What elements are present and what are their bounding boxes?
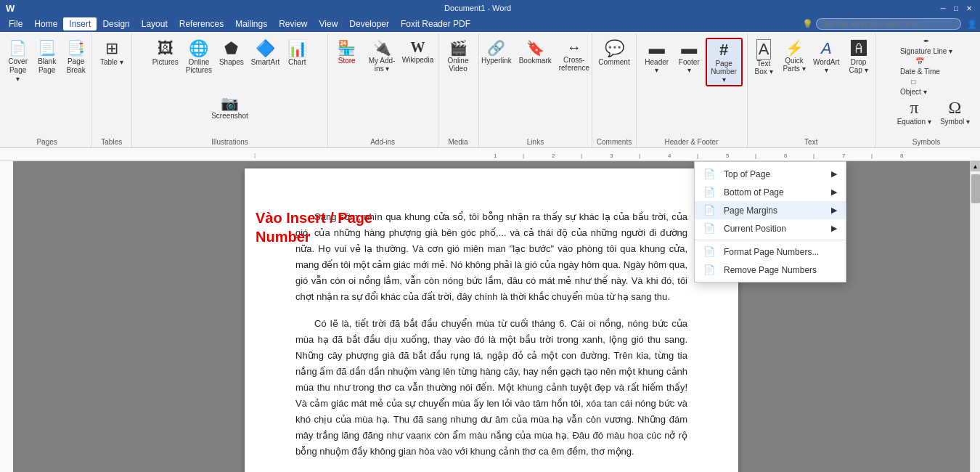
scroll-up-button[interactable]: ▲ <box>971 161 981 171</box>
smartart-icon: 🔷 <box>256 39 275 58</box>
svg-text:|: | <box>523 152 524 159</box>
page-number-button[interactable]: # PageNumber ▾ <box>706 38 743 86</box>
wordart-button[interactable]: A WordArt ▾ <box>810 38 843 76</box>
maximize-button[interactable]: □ <box>951 3 961 13</box>
header-icon: ▬ <box>649 39 665 58</box>
online-pictures-icon: 🌐 <box>189 39 208 58</box>
dropdown-remove-page-numbers[interactable]: 📄 Remove Page Numbers <box>695 261 846 279</box>
dropdown-page-margins[interactable]: 📄 Page Margins ▶ <box>695 201 846 219</box>
minimize-button[interactable]: ─ <box>938 3 948 13</box>
wikipedia-icon: W <box>411 39 425 56</box>
screenshot-button[interactable]: 📷 Screenshot <box>209 93 250 121</box>
user-icon[interactable]: 👤 <box>967 20 977 29</box>
svg-text:|: | <box>813 152 814 159</box>
document-area[interactable]: Vào Insert / Page Number Sáng sớm, nhìn … <box>13 161 970 472</box>
document-content: Sáng sớm, nhìn qua khung cửa sổ, tôi bỗn… <box>295 209 687 460</box>
signature-line-button[interactable]: ✒ Signature Line ▾ <box>898 36 955 56</box>
vertical-ruler <box>0 161 13 472</box>
crossref-button[interactable]: ↔ Cross-reference <box>556 38 592 73</box>
menu-developer[interactable]: Developer <box>343 17 395 30</box>
dropcap-icon: 🅰 <box>851 39 867 58</box>
my-addins-button[interactable]: 🔌 My Add-ins ▾ <box>363 38 401 74</box>
vertical-ruler-svg <box>0 161 13 472</box>
window-title: Document1 - Word <box>17 4 938 12</box>
pictures-button[interactable]: 🖼 Pictures <box>150 38 181 68</box>
equation-button[interactable]: π Equation ▾ <box>894 97 934 127</box>
vertical-scrollbar[interactable]: ▲ ▼ <box>970 161 980 472</box>
dropdown-bottom-of-page[interactable]: 📄 Bottom of Page ▶ <box>695 183 846 201</box>
ribbon-group-text: A TextBox ▾ ⚡ QuickParts ▾ A WordArt ▾ 🅰… <box>748 33 876 147</box>
quickparts-button[interactable]: ⚡ QuickParts ▾ <box>780 38 809 74</box>
scroll-thumb[interactable] <box>971 174 980 203</box>
cover-page-button[interactable]: 📄 CoverPage ▾ <box>5 38 31 85</box>
svg-text:|: | <box>254 152 256 158</box>
menu-mailings[interactable]: Mailings <box>229 17 273 30</box>
chart-icon: 📊 <box>287 39 307 58</box>
comments-group-label: Comments <box>592 138 635 146</box>
video-icon: 🎬 <box>449 39 467 57</box>
menu-home[interactable]: Home <box>28 17 63 30</box>
screenshot-icon: 📷 <box>221 94 239 112</box>
main-area: Vào Insert / Page Number Sáng sớm, nhìn … <box>0 161 980 472</box>
page-number-dropdown: 📄 Top of Page ▶ 📄 Bottom of Page ▶ 📄 Pag… <box>694 161 846 282</box>
menu-view[interactable]: View <box>314 17 344 30</box>
format-numbers-icon: 📄 <box>703 246 718 257</box>
header-button[interactable]: ▬ Header ▾ <box>641 38 673 76</box>
media-group-label: Media <box>438 138 478 146</box>
menu-review[interactable]: Review <box>273 17 313 30</box>
store-button[interactable]: 🏪 Store <box>332 38 362 66</box>
hyperlink-button[interactable]: 🔗 Hyperlink <box>478 38 515 66</box>
current-pos-arrow: ▶ <box>831 224 837 233</box>
annotation-text: Vào Insert / Page Number <box>256 208 401 246</box>
object-button[interactable]: □ Object ▾ <box>898 77 929 97</box>
ribbon-group-tables: ⊞ Table ▾ Tables <box>91 33 132 147</box>
online-video-button[interactable]: 🎬 OnlineVideo <box>444 38 473 74</box>
textbox-button[interactable]: A TextBox ▾ <box>749 38 778 77</box>
smartart-button[interactable]: 🔷 SmartArt <box>248 38 282 68</box>
ruler: | 1 | 2 | 3 | 4 | 5 | 6 | 7 | 8 <box>0 148 980 161</box>
dropdown-format-page-numbers[interactable]: 📄 Format Page Numbers... <box>695 243 846 261</box>
menu-foxit[interactable]: Foxit Reader PDF <box>395 17 476 30</box>
ribbon-group-symbols: ✒ Signature Line ▾ 📅 Date & Time □ Objec… <box>875 33 977 147</box>
menu-layout[interactable]: Layout <box>136 17 173 30</box>
addins-icon: 🔌 <box>373 39 391 57</box>
blank-page-button[interactable]: 📃 BlankPage <box>34 38 60 76</box>
symbol-button[interactable]: Ω Symbol ▾ <box>937 97 973 127</box>
illustrations-group-label: Illustrations <box>132 138 327 146</box>
page-break-button[interactable]: 📑 PageBreak <box>63 38 89 76</box>
svg-text:7: 7 <box>842 152 846 159</box>
menu-design[interactable]: Design <box>97 17 135 30</box>
menu-insert[interactable]: Insert <box>63 17 97 30</box>
bookmark-icon: 🔖 <box>526 39 544 57</box>
tell-me-input[interactable] <box>816 18 961 30</box>
bookmark-button[interactable]: 🔖 Bookmark <box>516 38 555 66</box>
store-icon: 🏪 <box>338 39 356 57</box>
page-break-icon: 📑 <box>67 39 85 57</box>
shapes-button[interactable]: ⬟ Shapes <box>216 38 247 68</box>
menu-references[interactable]: References <box>173 17 229 30</box>
footer-button[interactable]: ▬ Footer ▾ <box>674 38 704 76</box>
addins-group-label: Add-ins <box>328 138 438 146</box>
menu-file[interactable]: File <box>3 17 28 30</box>
ribbon-group-addins: 🏪 Store 🔌 My Add-ins ▾ W Wikipedia Add-i… <box>328 33 438 147</box>
online-pictures-button[interactable]: 🌐 OnlinePictures <box>183 38 215 76</box>
page-margins-arrow: ▶ <box>831 206 837 215</box>
remove-numbers-icon: 📄 <box>703 264 718 275</box>
close-button[interactable]: ✕ <box>964 3 974 13</box>
svg-text:8: 8 <box>900 152 904 159</box>
signature-icon: ✒ <box>923 37 929 45</box>
dropcap-button[interactable]: 🅰 DropCap ▾ <box>844 38 873 76</box>
ribbon-group-headerfooter: ▬ Header ▾ ▬ Footer ▾ # PageNumber ▾ Hea… <box>637 33 748 147</box>
footer-icon: ▬ <box>681 39 697 58</box>
table-button[interactable]: ⊞ Table ▾ <box>97 38 126 68</box>
ribbon-group-comments: 💬 Comment Comments <box>592 33 636 147</box>
datetime-button[interactable]: 📅 Date & Time <box>898 57 942 76</box>
chart-button[interactable]: 📊 Chart <box>284 38 310 68</box>
wikipedia-button[interactable]: W Wikipedia <box>403 38 433 65</box>
wordart-icon: A <box>821 39 832 58</box>
svg-text:2: 2 <box>552 152 555 159</box>
comment-button[interactable]: 💬 Comment <box>595 38 632 68</box>
equation-icon: π <box>910 98 918 118</box>
dropdown-current-position[interactable]: 📄 Current Position ▶ <box>695 219 846 237</box>
dropdown-top-of-page[interactable]: 📄 Top of Page ▶ <box>695 165 846 183</box>
